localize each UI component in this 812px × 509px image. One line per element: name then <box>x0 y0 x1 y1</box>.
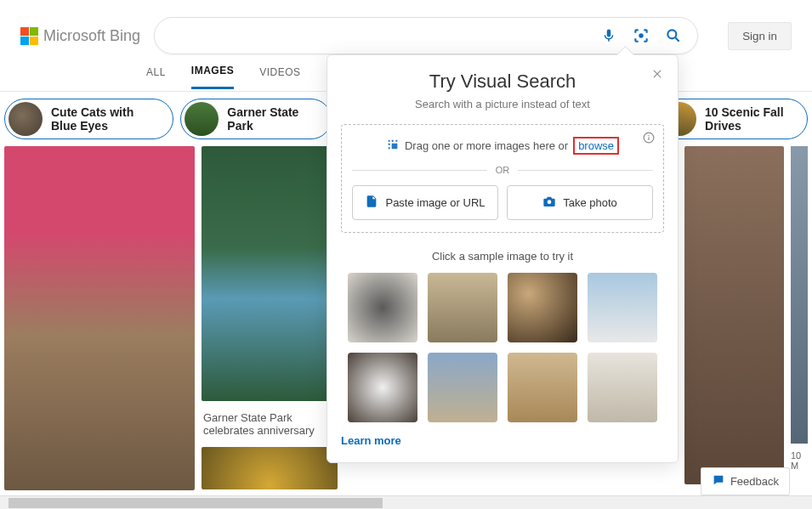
pill-thumbnail <box>185 102 219 136</box>
related-pill[interactable]: Cute Cats with Blue Eyes <box>4 99 173 139</box>
svg-point-5 <box>548 200 552 204</box>
paste-image-button[interactable]: Paste image or URL <box>352 185 498 220</box>
sample-image[interactable] <box>508 273 577 342</box>
drag-image-icon <box>386 138 400 154</box>
sample-image[interactable] <box>588 273 657 342</box>
result-image[interactable] <box>684 146 784 484</box>
svg-point-3 <box>648 135 649 136</box>
tab-videos[interactable]: VIDEOS <box>259 66 300 88</box>
pill-thumbnail <box>9 102 43 136</box>
mic-icon[interactable] <box>600 27 617 44</box>
close-icon[interactable] <box>647 64 667 84</box>
visual-search-popover: Try Visual Search Search with a picture … <box>327 54 679 463</box>
sign-in-button[interactable]: Sign in <box>728 22 792 50</box>
learn-more-link[interactable]: Learn more <box>341 434 401 447</box>
feedback-button[interactable]: Feedback <box>701 467 790 495</box>
sample-image[interactable] <box>428 353 497 422</box>
feedback-icon <box>712 473 725 489</box>
popover-subtitle: Search with a picture instead of text <box>341 98 664 110</box>
search-input[interactable] <box>154 17 698 54</box>
or-divider: OR <box>496 165 510 175</box>
result-image[interactable] <box>4 146 195 490</box>
popover-title: Try Visual Search <box>341 71 664 93</box>
result-caption: 10 M <box>791 450 808 471</box>
paste-icon <box>365 195 378 211</box>
sample-images-grid <box>341 273 664 422</box>
browse-link[interactable]: browse <box>578 139 614 152</box>
microsoft-logo-icon <box>20 27 38 45</box>
svg-rect-4 <box>648 137 649 140</box>
sample-image[interactable] <box>348 273 417 342</box>
related-pill[interactable]: 10 Scenic Fall Drives <box>658 99 808 139</box>
result-image[interactable] <box>202 146 338 401</box>
take-photo-button[interactable]: Take photo <box>507 185 653 220</box>
result-image[interactable] <box>791 146 808 444</box>
svg-point-0 <box>639 34 642 37</box>
result-image[interactable] <box>202 447 338 489</box>
visual-search-icon[interactable] <box>633 27 650 44</box>
sample-image[interactable] <box>348 353 417 422</box>
horizontal-scrollbar[interactable] <box>0 495 812 509</box>
result-caption: Garner State Park celebrates anniversary <box>202 408 338 440</box>
pill-label: Garner State Park <box>227 105 317 133</box>
sample-image[interactable] <box>508 353 577 422</box>
related-pill[interactable]: Garner State Park <box>180 99 332 139</box>
logo-text: Microsoft Bing <box>43 27 140 45</box>
sample-image[interactable] <box>428 273 497 342</box>
tab-all[interactable]: ALL <box>146 66 166 88</box>
pill-label: 10 Scenic Fall Drives <box>705 105 793 133</box>
tab-images[interactable]: IMAGES <box>191 65 234 89</box>
drag-text: Drag one or more images here or <box>405 139 568 152</box>
sample-image[interactable] <box>588 353 657 422</box>
camera-icon <box>542 195 556 211</box>
bing-logo[interactable]: Microsoft Bing <box>20 27 140 45</box>
info-icon[interactable] <box>643 132 656 145</box>
search-icon[interactable] <box>665 27 682 44</box>
pill-label: Cute Cats with Blue Eyes <box>51 105 159 133</box>
scrollbar-thumb[interactable] <box>9 498 383 508</box>
image-dropzone[interactable]: Drag one or more images here or browse O… <box>341 124 664 233</box>
sample-images-title: Click a sample image to try it <box>341 250 664 263</box>
svg-point-1 <box>667 30 676 38</box>
